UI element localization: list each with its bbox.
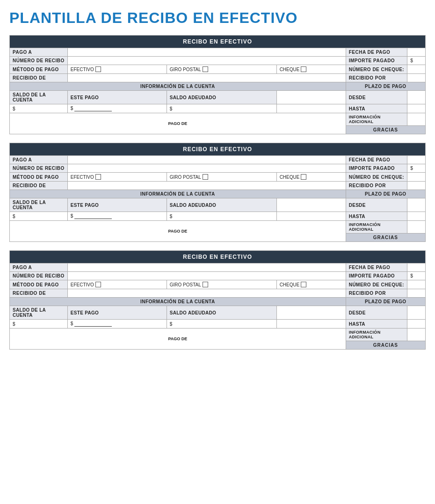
value-hasta-3[interactable] <box>407 320 426 329</box>
receipt-block-2: RECIBO EN EFECTIVO PAGO A FECHA DE PAGO … <box>9 143 426 242</box>
value-saldo-cuenta-2[interactable]: $ <box>10 212 68 221</box>
checkbox-giro-postal-2[interactable] <box>203 174 208 180</box>
value-saldo-cuenta-1[interactable]: $ <box>10 104 68 113</box>
sub-desde-3: DESDE <box>346 306 407 320</box>
receipt-title-1: RECIBO EN EFECTIVO <box>10 36 426 48</box>
row-section-headers-1: INFORMACIÓN DE LA CUENTA PLAZO DE PAGO <box>10 82 426 91</box>
value-importe-pagado-1[interactable]: $ <box>407 57 426 65</box>
section-info-cuenta-2: INFORMACIÓN DE LA CUENTA <box>10 190 346 198</box>
label-pago-a-2: PAGO A <box>10 156 68 164</box>
value-este-pago-3[interactable]: $ <box>67 320 167 329</box>
value-este-pago-1[interactable]: $ <box>67 104 167 113</box>
value-hasta-1[interactable] <box>407 104 426 113</box>
row-sub-headers-2: SALDO DE LA CUENTA ESTE PAGO SALDO ADEUD… <box>10 198 426 212</box>
dollar-importe-1: $ <box>410 58 413 63</box>
value-info-adicional-1[interactable] <box>407 113 426 126</box>
label-importe-pagado-2: IMPORTE PAGADO <box>346 164 407 173</box>
label-recibido-por-1: RECIBIDO POR <box>346 74 407 82</box>
value-este-pago-2[interactable]: $ <box>67 212 167 221</box>
spacer2-3 <box>276 320 346 329</box>
label-metodo-pago-1: MÉTODO DE PAGO <box>10 65 68 74</box>
label-giro-postal-1: GIRO POSTAL <box>170 67 201 72</box>
value-recibido-por-3[interactable] <box>407 289 426 298</box>
value-numero-recibo-2[interactable] <box>67 164 346 173</box>
value-fecha-pago-2[interactable] <box>407 156 426 164</box>
receipt-title-2: RECIBO EN EFECTIVO <box>10 143 426 156</box>
value-numero-recibo-1[interactable] <box>67 57 346 65</box>
checkbox-giro-postal-1[interactable] <box>203 66 208 72</box>
label-importe-pagado-1: IMPORTE PAGADO <box>346 57 407 65</box>
dollar-adeudado-1: $ <box>170 106 173 111</box>
value-desde-3[interactable] <box>407 306 426 320</box>
label-info-adicional-3: INFORMACIÓN ADICIONAL <box>349 330 381 339</box>
value-fecha-pago-3[interactable] <box>407 263 426 272</box>
label-cheque-3: CHEQUE <box>280 282 300 287</box>
row-metodo-pago-3: MÉTODO DE PAGO EFECTIVO GIRO POSTAL CHEQ… <box>10 280 426 289</box>
label-pago-a-3: PAGO A <box>10 263 68 272</box>
label-recibido-de-2: RECIBIDO DE <box>10 182 68 190</box>
value-saldo-adeudado-2[interactable]: $ <box>167 212 276 221</box>
value-hasta-2[interactable] <box>407 212 426 221</box>
value-saldo-adeudado-3[interactable]: $ <box>167 320 276 329</box>
label-info-adicional-2: INFORMACIÓN ADICIONAL <box>349 222 381 232</box>
spacer-3 <box>276 306 346 320</box>
value-numero-cheque-2[interactable] <box>407 173 426 182</box>
spacer2-2 <box>276 212 346 221</box>
row-section-headers-2: INFORMACIÓN DE LA CUENTA PLAZO DE PAGO <box>10 190 426 198</box>
value-importe-pagado-3[interactable]: $ <box>407 272 426 280</box>
row-sub-headers-1: SALDO DE LA CUENTA ESTE PAGO SALDO ADEUD… <box>10 91 426 104</box>
value-recibido-por-1[interactable] <box>407 74 426 82</box>
value-saldo-cuenta-3[interactable]: $ <box>10 320 68 329</box>
checkbox-giro-postal-3[interactable] <box>203 282 208 287</box>
label-pago-de-1: PAGO DE <box>10 113 346 134</box>
spacer-2 <box>276 198 346 212</box>
row-metodo-pago-1: MÉTODO DE PAGO EFECTIVO GIRO POSTAL CHEQ… <box>10 65 426 74</box>
checkbox-cheque-1[interactable] <box>301 66 306 72</box>
value-efectivo-3: EFECTIVO <box>67 280 167 289</box>
label-pago-de-3: PAGO DE <box>10 329 346 350</box>
label-metodo-pago-2: MÉTODO DE PAGO <box>10 173 68 182</box>
value-recibido-de-3[interactable] <box>67 289 346 298</box>
value-numero-cheque-1[interactable] <box>407 65 426 74</box>
receipt-block-3: RECIBO EN EFECTIVO PAGO A FECHA DE PAGO … <box>9 250 426 350</box>
sub-info-adicional-2: INFORMACIÓN ADICIONAL <box>346 221 407 234</box>
value-desde-2[interactable] <box>407 198 426 212</box>
row-pago-a-2: PAGO A FECHA DE PAGO <box>10 156 426 164</box>
checkbox-cheque-3[interactable] <box>301 282 306 287</box>
value-desde-1[interactable] <box>407 91 426 104</box>
sub-desde-2: DESDE <box>346 198 407 212</box>
label-recibido-de-1: RECIBIDO DE <box>10 74 68 82</box>
value-fecha-pago-1[interactable] <box>407 48 426 57</box>
gracias-2: GRACIAS <box>346 234 425 242</box>
page-title: PLANTILLA DE RECIBO EN EFECTIVO <box>9 9 426 27</box>
sub-saldo-cuenta-3: SALDO DE LA CUENTA <box>10 306 68 320</box>
row-sub-headers-3: SALDO DE LA CUENTA ESTE PAGO SALDO ADEUD… <box>10 306 426 320</box>
row-numero-recibo-2: NÚMERO DE RECIBO IMPORTE PAGADO $ <box>10 164 426 173</box>
checkbox-cheque-2[interactable] <box>301 174 306 180</box>
value-numero-cheque-3[interactable] <box>407 280 426 289</box>
value-cheque-wrap-3: CHEQUE <box>276 280 346 289</box>
dollar-adeudado-2: $ <box>170 214 173 219</box>
value-importe-pagado-2[interactable]: $ <box>407 164 426 173</box>
checkbox-efectivo-3[interactable] <box>95 282 101 287</box>
value-numero-recibo-3[interactable] <box>67 272 346 280</box>
value-recibido-por-2[interactable] <box>407 182 426 190</box>
value-pago-a-1[interactable] <box>67 48 346 57</box>
row-metodo-pago-2: MÉTODO DE PAGO EFECTIVO GIRO POSTAL CHEQ… <box>10 173 426 182</box>
sub-este-pago-2: ESTE PAGO <box>67 198 167 212</box>
value-efectivo-2: EFECTIVO <box>67 173 167 182</box>
value-pago-a-2[interactable] <box>67 156 346 164</box>
sub-saldo-cuenta-2: SALDO DE LA CUENTA <box>10 198 68 212</box>
row-pago-de-3: PAGO DE INFORMACIÓN ADICIONAL <box>10 329 426 341</box>
value-info-adicional-3[interactable] <box>407 329 426 341</box>
value-pago-a-3[interactable] <box>67 263 346 272</box>
value-recibido-de-2[interactable] <box>67 182 346 190</box>
value-saldo-adeudado-1[interactable]: $ <box>167 104 276 113</box>
row-numero-recibo-3: NÚMERO DE RECIBO IMPORTE PAGADO $ <box>10 272 426 280</box>
checkbox-efectivo-1[interactable] <box>95 66 101 72</box>
checkbox-efectivo-2[interactable] <box>95 174 101 180</box>
row-values-2: $ $ $ HASTA <box>10 212 426 221</box>
value-recibido-de-1[interactable] <box>67 74 346 82</box>
value-info-adicional-2[interactable] <box>407 221 426 234</box>
label-fecha-pago-1: FECHA DE PAGO <box>346 48 407 57</box>
